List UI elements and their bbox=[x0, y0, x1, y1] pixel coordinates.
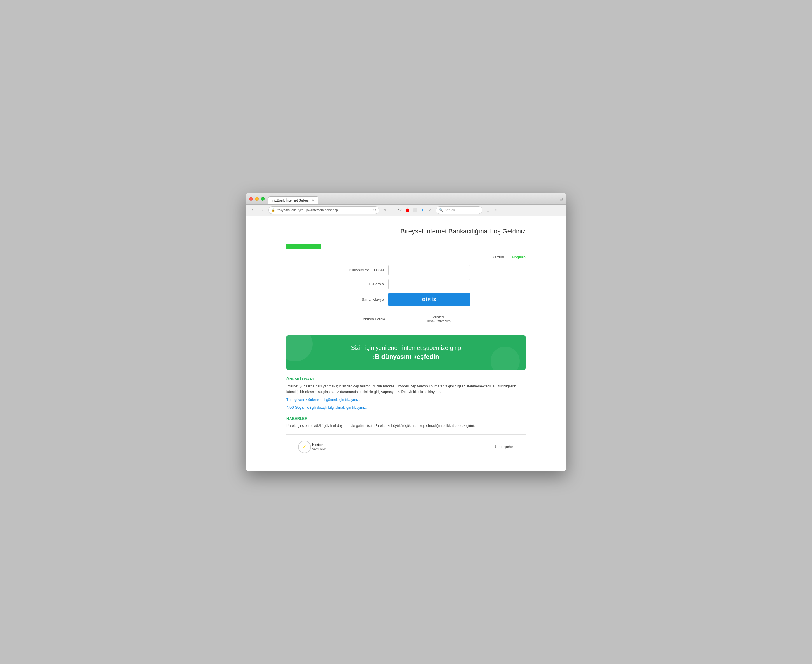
action-buttons: Anında Parola Müşteri Olmak İstiyorum bbox=[342, 310, 470, 328]
search-bar[interactable]: 🔍 Search bbox=[436, 206, 482, 214]
password-input[interactable] bbox=[388, 279, 470, 289]
promo-banner[interactable]: Sizin için yenilenen internet şubemize g… bbox=[286, 335, 526, 370]
toolbar: ‹ › 🔒 ifc3yb3rs3cur1tych0.pw/liste/com.b… bbox=[245, 205, 567, 216]
menu-icon[interactable]: ≡ bbox=[492, 207, 499, 213]
page-content: Bireysel İnternet Bankacılığına Hoş Geld… bbox=[245, 216, 567, 471]
forward-button[interactable]: › bbox=[258, 206, 266, 214]
sidebar-toggle-icon[interactable]: ⊞ bbox=[559, 197, 563, 201]
tab-close-button[interactable]: ✕ bbox=[312, 199, 314, 202]
notice-text2: Tüm güvenlik önlemlerini görmek için tık… bbox=[286, 397, 526, 403]
network-link[interactable]: 4.5G Geçişi ile ilgili detaylı bilgi alm… bbox=[286, 405, 367, 410]
notice-section: ÖNEMLİ UYARI İnternet Şubesi'ne giriş ya… bbox=[286, 377, 526, 411]
news-section: HABERLER Parola girişleri büyük/küçük ha… bbox=[286, 416, 526, 428]
notice-text1: İnternet Şubesi'ne giriş yapmak için siz… bbox=[286, 384, 526, 395]
news-text: Parola girişleri büyük/küçük harf duyarl… bbox=[286, 423, 526, 428]
url-text: ifc3yb3rs3cur1tych0.pw/liste/com.bank.ph… bbox=[277, 208, 371, 212]
toolbar-icons-right: ⊞ ≡ bbox=[485, 207, 499, 213]
password-row: E-Parola bbox=[342, 279, 470, 289]
share-icon[interactable]: □ bbox=[389, 207, 396, 213]
become-customer-button[interactable]: Müşteri Olmak İstiyorum bbox=[406, 311, 470, 328]
instant-password-button[interactable]: Anında Parola bbox=[342, 311, 406, 328]
lang-separator: | bbox=[508, 255, 508, 259]
bookmark-star-icon[interactable]: ☆ bbox=[382, 207, 388, 213]
download-icon[interactable]: ⬇ bbox=[419, 207, 426, 213]
active-tab[interactable]: nizBank İnternet Şubesi ✕ bbox=[268, 196, 318, 204]
login-button[interactable]: GİRİŞ bbox=[388, 293, 470, 306]
tab-title: nizBank İnternet Şubesi bbox=[273, 199, 309, 202]
password-label: E-Parola bbox=[342, 282, 388, 286]
news-title: HABERLER bbox=[286, 416, 526, 421]
norton-text: Norton SECURED bbox=[312, 443, 326, 452]
footer: ✓ Norton SECURED kuruluşudur. bbox=[286, 435, 526, 459]
new-tab-button[interactable]: + bbox=[318, 196, 326, 203]
browser-window: nizBank İnternet Şubesi ✕ + ⊞ ‹ › 🔒 ifc3… bbox=[245, 193, 567, 471]
norton-logo: ✓ bbox=[298, 441, 311, 453]
extensions-icon[interactable]: ⊞ bbox=[485, 207, 491, 213]
promo-line1: Sizin için yenilenen internet şubemize g… bbox=[295, 345, 517, 351]
toolbar-icons: ☆ □ 🛡 ⬤ ⬜ ⬇ ⌂ bbox=[382, 207, 434, 213]
page-inner: Bireysel İnternet Bankacılığına Hoş Geld… bbox=[275, 216, 537, 471]
promo-line2: :B dünyasını keşfedin bbox=[295, 353, 517, 361]
green-accent-bar bbox=[286, 244, 322, 249]
virtual-keyboard-wrapper: GİRİŞ bbox=[388, 293, 470, 306]
username-label: Kullanıcı Adı / TCKN bbox=[342, 268, 388, 272]
search-placeholder: Search bbox=[445, 208, 455, 212]
search-icon: 🔍 bbox=[439, 208, 443, 212]
username-row: Kullanıcı Adı / TCKN bbox=[342, 265, 470, 275]
norton-secured: SECURED bbox=[312, 448, 326, 452]
reload-button[interactable]: ↻ bbox=[373, 208, 376, 212]
norton-name: Norton bbox=[312, 443, 326, 448]
become-customer-line1: Müşteri bbox=[432, 315, 443, 319]
ublock-icon[interactable]: ⬤ bbox=[404, 207, 411, 213]
username-input[interactable] bbox=[388, 265, 470, 275]
close-window-button[interactable] bbox=[249, 197, 253, 201]
home-icon[interactable]: ⌂ bbox=[427, 207, 434, 213]
minimize-window-button[interactable] bbox=[255, 197, 259, 201]
back-button[interactable]: ‹ bbox=[248, 206, 256, 214]
footer-right-text: kuruluşudur. bbox=[495, 445, 514, 449]
maximize-window-button[interactable] bbox=[261, 197, 265, 201]
login-form: Kullanıcı Adı / TCKN E-Parola Sanal Klav… bbox=[342, 265, 470, 328]
english-link[interactable]: English bbox=[512, 255, 526, 259]
lock-icon: 🔒 bbox=[271, 208, 275, 212]
title-bar: nizBank İnternet Şubesi ✕ + ⊞ bbox=[245, 193, 567, 205]
tab-bar: nizBank İnternet Şubesi ✕ + bbox=[268, 196, 554, 204]
norton-badge: ✓ Norton SECURED bbox=[298, 441, 326, 453]
welcome-title: Bireysel İnternet Bankacılığına Hoş Geld… bbox=[286, 225, 526, 235]
become-customer-line2: Olmak İstiyorum bbox=[425, 319, 451, 323]
help-link[interactable]: Yardım bbox=[492, 255, 504, 259]
extension-icon1[interactable]: ⬜ bbox=[412, 207, 418, 213]
notice-title: ÖNEMLİ UYARI bbox=[286, 377, 526, 381]
virtual-keyboard-label: Sanal Klavye bbox=[342, 297, 388, 302]
notice-text3: 4.5G Geçişi ile ilgili detaylı bilgi alm… bbox=[286, 405, 526, 410]
virtual-keyboard-row: Sanal Klavye GİRİŞ bbox=[342, 293, 470, 306]
address-bar[interactable]: 🔒 ifc3yb3rs3cur1tych0.pw/liste/com.bank.… bbox=[268, 206, 379, 214]
security-link[interactable]: Tüm güvenlik önlemlerini görmek için tık… bbox=[286, 398, 360, 402]
language-bar: Yardım | English bbox=[286, 255, 526, 259]
shield-icon[interactable]: 🛡 bbox=[397, 207, 403, 213]
traffic-lights bbox=[249, 197, 265, 203]
